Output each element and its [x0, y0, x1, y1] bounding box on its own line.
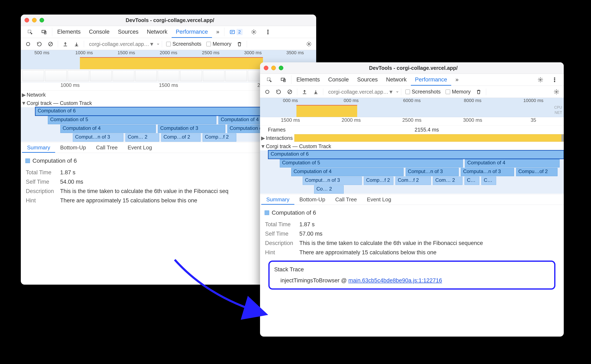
record-icon[interactable]	[262, 87, 273, 97]
dtab-calltree[interactable]: Call Tree	[91, 142, 123, 153]
tab-console[interactable]: Console	[324, 74, 353, 86]
flame-span[interactable]: Com… 2	[125, 133, 159, 142]
zoom-icon[interactable]	[40, 18, 44, 22]
trash-icon[interactable]	[234, 39, 245, 49]
tab-sources[interactable]: Sources	[114, 26, 143, 38]
download-icon[interactable]	[71, 39, 82, 49]
tab-sources[interactable]: Sources	[353, 74, 382, 86]
flame-span[interactable]: Computation of 5	[48, 116, 216, 124]
inspect-icon[interactable]	[23, 26, 37, 38]
track-frames[interactable]: Frames 2155.4 ms	[260, 125, 564, 134]
flame-span[interactable]: Computation of 4	[291, 168, 403, 176]
capture-settings-icon[interactable]	[551, 87, 562, 97]
flame-span[interactable]: Com…f 2	[396, 177, 431, 185]
value-hint: There are approximately 15 calculations …	[60, 196, 228, 205]
tab-performance[interactable]: Performance	[411, 74, 451, 86]
disclosure-icon[interactable]: ▼	[21, 100, 27, 106]
svg-point-18	[266, 90, 269, 93]
interaction-span[interactable]	[294, 134, 564, 142]
dtab-calltree[interactable]: Call Tree	[330, 194, 362, 205]
memory-checkbox[interactable]: Memory	[206, 41, 231, 47]
flame-span[interactable]: Comp…f 2	[364, 177, 393, 185]
tab-network[interactable]: Network	[143, 26, 172, 38]
flame-span[interactable]: Comput…n of 3	[406, 168, 459, 176]
flamegraph[interactable]: Computation of 6Computation of 5Computat…	[260, 150, 564, 194]
label-hint: Hint	[265, 248, 299, 257]
flame-span[interactable]: Comp…f 2	[203, 133, 236, 142]
clear-icon[interactable]	[285, 87, 295, 97]
reload-record-icon[interactable]	[34, 39, 45, 49]
dtab-summary[interactable]: Summary	[261, 194, 294, 205]
track-interactions[interactable]: ▶ Interactions	[260, 134, 564, 142]
trash-icon[interactable]	[473, 87, 484, 97]
tabs-overflow-icon[interactable]: »	[451, 74, 463, 86]
record-icon[interactable]	[23, 39, 33, 49]
tab-performance[interactable]: Performance	[172, 26, 212, 38]
flame-span[interactable]: Computation of 4	[60, 125, 156, 133]
issues-icon[interactable]: 2	[225, 26, 247, 38]
screenshots-checkbox[interactable]: Screenshots	[166, 41, 201, 47]
device-toolbar-icon[interactable]	[276, 74, 290, 86]
tab-console[interactable]: Console	[85, 26, 114, 38]
dtab-eventlog[interactable]: Event Log	[123, 142, 157, 153]
overview-activity[interactable]	[260, 105, 564, 117]
memory-checkbox[interactable]: Memory	[446, 89, 470, 95]
flame-span[interactable]: C…	[481, 177, 496, 185]
stack-source-link[interactable]: main.63cb5c4bde8be90a.js:1:122716	[349, 277, 442, 284]
disclosure-icon[interactable]: ▶	[260, 135, 266, 141]
flame-span[interactable]: Computation of 6	[268, 150, 564, 159]
inspect-icon[interactable]	[262, 74, 276, 86]
stack-trace-heading: Stack Trace	[274, 265, 550, 274]
flame-span[interactable]: Comput…n of 3	[303, 177, 362, 185]
recording-select[interactable]: corgi-collage.vercel.app…▼	[325, 87, 399, 96]
main-ruler[interactable]: 1500 ms2000 ms2500 ms3000 ms35	[260, 117, 564, 125]
flame-span[interactable]: Computation of 3	[158, 125, 225, 133]
tabs-overflow-icon[interactable]: »	[212, 26, 223, 38]
track-corgi[interactable]: ▼Corgi track — Custom Track	[260, 142, 564, 150]
flame-span[interactable]: Computa…n of 3	[461, 168, 514, 176]
value-hint: There are approximately 15 calculations …	[299, 248, 483, 257]
upload-icon[interactable]	[60, 39, 71, 49]
flame-span[interactable]: Computation of 4	[465, 159, 559, 168]
value-description: This is the time taken to calculate the …	[60, 187, 228, 196]
clear-icon[interactable]	[45, 39, 56, 49]
flame-span[interactable]: Comput…n of 3	[73, 133, 123, 142]
kebab-icon[interactable]	[261, 26, 275, 38]
minimize-icon[interactable]	[32, 18, 37, 22]
dtab-eventlog[interactable]: Event Log	[362, 194, 396, 205]
svg-point-10	[308, 43, 310, 45]
timeline-overview[interactable]: 000 ms000 ms6000 ms8000 ms10000 ms CPU N…	[260, 98, 564, 117]
dtab-summary[interactable]: Summary	[22, 142, 55, 153]
tracks-area[interactable]: Frames 2155.4 ms ▶ Interactions ▼Corgi t…	[260, 125, 564, 194]
tab-elements[interactable]: Elements	[53, 26, 85, 38]
tab-elements[interactable]: Elements	[292, 74, 324, 86]
close-icon[interactable]	[25, 18, 29, 22]
screenshots-checkbox[interactable]: Screenshots	[405, 89, 441, 95]
disclosure-icon[interactable]: ▶	[21, 92, 27, 98]
settings-icon[interactable]	[533, 74, 548, 86]
device-toolbar-icon[interactable]	[37, 26, 51, 38]
dtab-bottomup[interactable]: Bottom-Up	[294, 194, 330, 205]
zoom-icon[interactable]	[279, 66, 283, 70]
disclosure-icon[interactable]: ▼	[260, 143, 266, 150]
flame-span[interactable]: Com… 2	[433, 177, 463, 185]
tab-network[interactable]: Network	[382, 74, 411, 86]
flame-span[interactable]: Compu…of 2	[516, 168, 557, 176]
flame-span[interactable]: Comp…of 2	[161, 133, 201, 142]
kebab-icon[interactable]	[548, 74, 562, 86]
download-icon[interactable]	[311, 87, 321, 97]
recording-select[interactable]: corgi-collage.vercel.app…▼	[86, 40, 160, 48]
flame-span[interactable]: Computation of 5	[280, 159, 463, 168]
svg-point-15	[554, 78, 555, 78]
dtab-bottomup[interactable]: Bottom-Up	[55, 142, 91, 153]
label-self-time: Self Time	[26, 177, 60, 186]
close-icon[interactable]	[264, 66, 268, 70]
svg-point-14	[540, 79, 541, 80]
capture-settings-icon[interactable]	[304, 39, 314, 49]
upload-icon[interactable]	[299, 87, 310, 97]
minimize-icon[interactable]	[271, 66, 276, 70]
settings-icon[interactable]	[247, 26, 261, 38]
reload-record-icon[interactable]	[273, 87, 284, 97]
flame-span[interactable]: Co… 2	[314, 185, 344, 194]
flame-span[interactable]: C…	[464, 177, 479, 185]
